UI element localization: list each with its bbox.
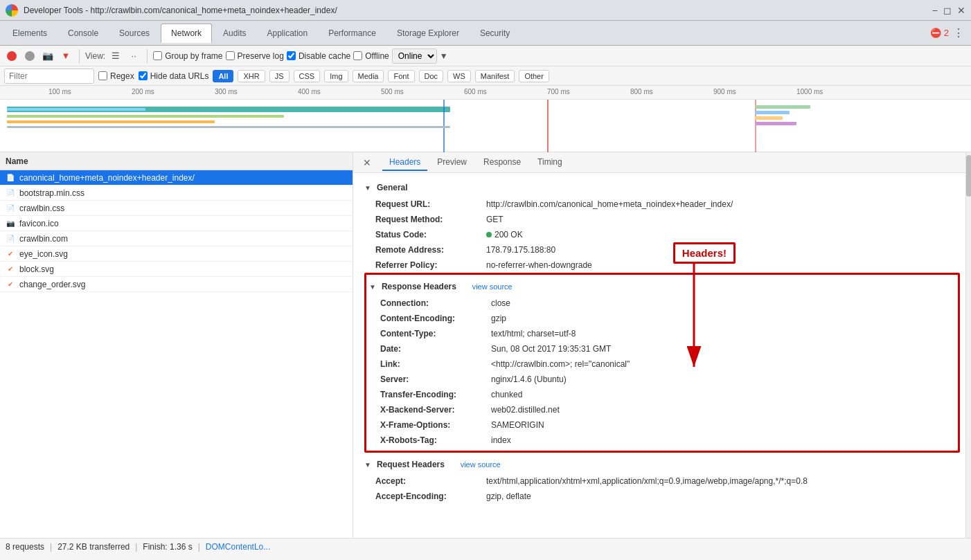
file-icon-page: 📄 — [6, 173, 15, 183]
filter-all-button[interactable]: All — [213, 70, 233, 82]
throttle-select[interactable]: Online — [392, 48, 437, 64]
tab-application[interactable]: Application — [257, 24, 317, 42]
file-item-2[interactable]: 📄 crawlbin.css — [0, 201, 353, 216]
tab-headers[interactable]: Headers — [382, 154, 427, 171]
offline-checkbox[interactable]: Offline — [353, 51, 389, 61]
file-list-header: Name — [0, 152, 353, 170]
ruler-600ms: 600 ms — [464, 88, 487, 96]
record-button[interactable] — [4, 48, 19, 64]
filter-media-button[interactable]: Media — [353, 70, 384, 82]
tab-audits[interactable]: Audits — [213, 24, 256, 42]
window-controls[interactable]: − ◻ ✕ — [932, 5, 965, 16]
file-list: Name 📄 canonical_home+meta_noindex+heade… — [0, 152, 353, 538]
regex-checkbox[interactable]: Regex — [98, 71, 134, 81]
group-by-frame-checkbox[interactable]: Group by frame — [153, 51, 222, 61]
close-icon[interactable]: ✕ — [957, 5, 965, 16]
waterfall-view-icon[interactable]: ∙∙ — [126, 48, 141, 64]
filter-icon[interactable]: ▼ — [58, 48, 73, 64]
ruler-700ms: 700 ms — [547, 88, 570, 96]
content-type-row: Content-Type: text/html; charset=utf-8 — [369, 326, 955, 341]
minimize-icon[interactable]: − — [932, 5, 938, 16]
filter-img-button[interactable]: Img — [324, 70, 348, 82]
filter-js-button[interactable]: JS — [269, 70, 289, 82]
dropdown-arrow-icon[interactable]: ▼ — [440, 51, 448, 61]
tab-elements[interactable]: Elements — [3, 24, 57, 42]
title-text: Developer Tools - http://crawlbin.com/ca… — [24, 6, 932, 15]
preserve-log-checkbox[interactable]: Preserve log — [226, 51, 284, 61]
finish-time: Finish: 1.36 s — [143, 542, 192, 552]
divider — [79, 49, 80, 63]
tab-storage[interactable]: Storage Explorer — [387, 24, 469, 42]
filter-other-button[interactable]: Other — [519, 70, 549, 82]
file-icon-css: 📄 — [6, 188, 15, 198]
ruler-300ms: 300 ms — [215, 88, 238, 96]
tab-preview[interactable]: Preview — [430, 154, 474, 171]
general-fields: Request URL: http://crawlbin.com/canonic… — [364, 197, 960, 273]
filter-font-button[interactable]: Font — [388, 70, 414, 82]
link-row: Link: <http://crawlbin.com>; rel="canoni… — [369, 356, 955, 372]
filter-doc-button[interactable]: Doc — [419, 70, 444, 82]
filter-manifest-button[interactable]: Manifest — [475, 70, 515, 82]
file-item-4[interactable]: 📄 crawlbin.com — [0, 231, 353, 246]
triangle-icon: ▼ — [364, 184, 371, 192]
tab-bar: Elements Console Sources Network Audits … — [0, 21, 971, 46]
response-triangle-icon: ▼ — [369, 283, 376, 291]
file-icon-page2: 📄 — [6, 234, 15, 244]
file-icon-svg2: ✔ — [6, 264, 15, 274]
tab-security[interactable]: Security — [470, 24, 519, 42]
tab-performance[interactable]: Performance — [319, 24, 386, 42]
dom-content-loaded-link[interactable]: DOMContentLo... — [206, 542, 270, 552]
response-headers-section-header[interactable]: ▼ Response Headers view source — [369, 278, 955, 296]
file-item-3[interactable]: 📷 favicon.ico — [0, 216, 353, 231]
remote-address-row: Remote Address: 178.79.175.188:80 — [364, 242, 960, 258]
filter-input[interactable] — [4, 69, 94, 84]
file-item-6[interactable]: ✔ block.svg — [0, 262, 353, 277]
maximize-icon[interactable]: ◻ — [943, 5, 952, 16]
request-headers-section: ▼ Request Headers view source Accept: te… — [364, 455, 960, 504]
request-header-fields: Accept: text/html,application/xhtml+xml,… — [364, 473, 960, 504]
close-details-button[interactable]: ✕ — [359, 156, 375, 170]
camera-icon[interactable]: 📷 — [40, 48, 55, 64]
scrollbar-thumb[interactable] — [966, 155, 971, 197]
file-item-7[interactable]: ✔ change_order.svg — [0, 277, 353, 292]
hide-data-urls-checkbox[interactable]: Hide data URLs — [139, 71, 209, 81]
list-view-icon[interactable]: ☰ — [108, 48, 123, 64]
request-headers-section-header[interactable]: ▼ Request Headers view source — [364, 455, 960, 473]
request-method-row: Request Method: GET — [364, 212, 960, 227]
scrollbar-track[interactable] — [965, 152, 971, 538]
file-item-0[interactable]: 📄 canonical_home+meta_noindex+header_ind… — [0, 170, 353, 186]
title-bar: Developer Tools - http://crawlbin.com/ca… — [0, 0, 971, 21]
file-icon-css2: 📄 — [6, 204, 15, 213]
file-item-1[interactable]: 📄 bootstrap.min.css — [0, 186, 353, 201]
tab-network[interactable]: Network — [161, 24, 212, 43]
filter-css-button[interactable]: CSS — [294, 70, 321, 82]
ruler-400ms: 400 ms — [298, 88, 321, 96]
bar-row3 — [7, 120, 215, 123]
filter-xhr-button[interactable]: XHR — [238, 70, 265, 82]
referrer-policy-row: Referrer Policy: no-referrer-when-downgr… — [364, 258, 960, 273]
tab-console[interactable]: Console — [58, 24, 108, 42]
stop-button[interactable] — [22, 48, 37, 64]
ruler-bar: 100 ms 200 ms 300 ms 400 ms 500 ms 600 m… — [0, 86, 971, 100]
transferred-size: 27.2 KB transferred — [57, 542, 130, 552]
tab-sources[interactable]: Sources — [109, 24, 159, 42]
file-icon-svg3: ✔ — [6, 280, 15, 289]
view-source-link[interactable]: view source — [472, 282, 513, 291]
status-code-row: Status Code: 200 OK — [364, 227, 960, 242]
request-url-row: Request URL: http://crawlbin.com/canonic… — [364, 197, 960, 212]
file-item-5[interactable]: ✔ eye_icon.svg — [0, 246, 353, 262]
divider2 — [147, 49, 148, 63]
disable-cache-checkbox[interactable]: Disable cache — [287, 51, 350, 61]
server-row: Server: nginx/1.4.6 (Ubuntu) — [369, 372, 955, 387]
general-section-header[interactable]: ▼ General — [364, 179, 960, 197]
ruler-200ms: 200 ms — [132, 88, 154, 96]
request-view-source-link[interactable]: view source — [461, 460, 501, 469]
more-options-icon[interactable]: ⋮ — [953, 26, 964, 39]
filter-ws-button[interactable]: WS — [447, 70, 471, 82]
content-encoding-row: Content-Encoding: gzip — [369, 311, 955, 326]
tab-response[interactable]: Response — [476, 154, 528, 171]
requests-count: 8 requests — [6, 542, 44, 552]
tab-timing[interactable]: Timing — [531, 154, 569, 171]
bar-row1b — [7, 108, 145, 111]
chrome-icon — [6, 4, 18, 17]
